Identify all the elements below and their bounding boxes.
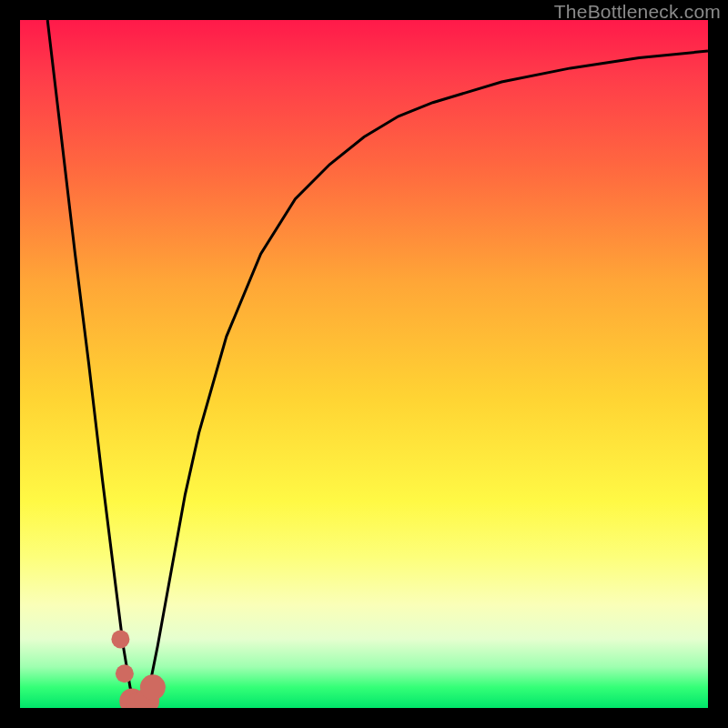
- highlight-dot: [140, 674, 166, 700]
- highlight-dot: [116, 664, 134, 682]
- bottleneck-curve: [47, 20, 708, 708]
- curve-layer: [20, 20, 708, 708]
- plot-area: [20, 20, 708, 708]
- highlight-dot: [111, 630, 129, 648]
- bottleneck-curve-path: [47, 20, 708, 708]
- chart-frame: TheBottleneck.com: [0, 0, 728, 728]
